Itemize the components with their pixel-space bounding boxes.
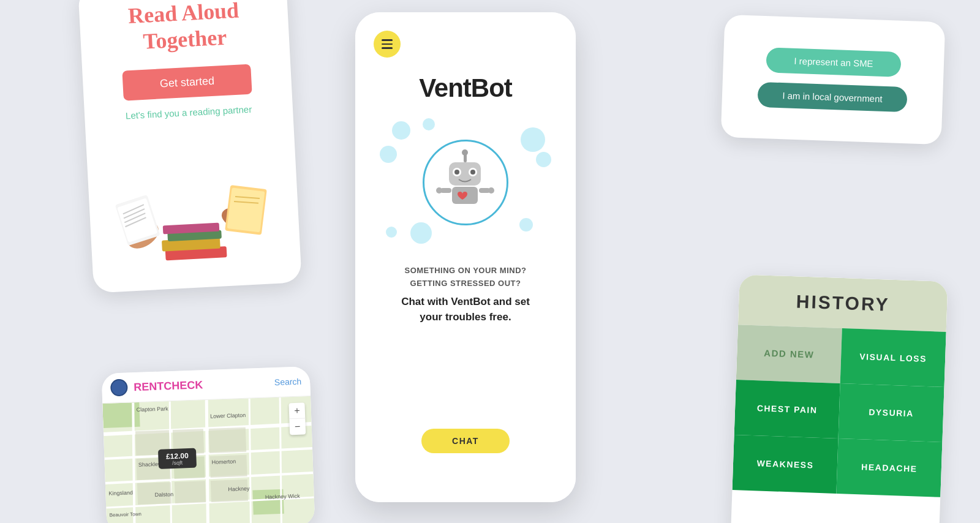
ventbot-title: VentBot — [419, 73, 512, 103]
map-zoom-out[interactable]: − — [289, 418, 306, 435]
books-svg — [107, 173, 283, 280]
svg-text:Kingsland: Kingsland — [108, 489, 133, 496]
rentcheck-map[interactable]: Clapton Park Lower Clapton Shacklewell H… — [102, 396, 315, 523]
svg-text:Hackney: Hackney — [228, 486, 250, 492]
ventbot-small-text: SOMETHING ON YOUR MIND?GETTING STRESSED … — [401, 265, 530, 290]
svg-point-27 — [488, 187, 494, 194]
rentcheck-search-link[interactable]: Search — [274, 377, 302, 388]
ventbot-card: VentBot — [355, 12, 576, 502]
read-aloud-card: Read Aloud Together Get started Let's fi… — [78, 0, 302, 293]
ventbot-tagline: SOMETHING ON YOUR MIND?GETTING STRESSED … — [401, 265, 530, 325]
rentcheck-brand: RENTCHECK — [134, 376, 268, 394]
ventbot-bubbles-area — [374, 115, 557, 250]
history-card: HISTORY ADD NEW VISUAL LOSS CHEST PAIN D… — [730, 274, 948, 523]
local-gov-card: I represent an SME I am in local governm… — [721, 15, 946, 145]
get-started-button[interactable]: Get started — [123, 64, 252, 101]
svg-text:Beauvoir Town: Beauvoir Town — [109, 511, 141, 518]
svg-text:Clapton Park: Clapton Park — [136, 405, 168, 413]
svg-rect-9 — [227, 187, 265, 232]
svg-text:Hackney Wick: Hackney Wick — [265, 493, 301, 500]
ventbot-menu-button[interactable] — [374, 31, 401, 58]
map-svg: Clapton Park Lower Clapton Shacklewell H… — [102, 396, 315, 523]
svg-rect-47 — [175, 481, 206, 503]
svg-text:Dalston: Dalston — [154, 491, 173, 498]
map-zoom-controls: + − — [288, 402, 306, 435]
svg-rect-42 — [209, 427, 246, 453]
read-aloud-title: Read Aloud Together — [127, 0, 241, 56]
rentcheck-card: RENTCHECK Search — [102, 366, 315, 523]
history-dysuria[interactable]: DYSURIA — [839, 383, 944, 442]
svg-text:Homerton: Homerton — [212, 458, 236, 465]
history-title: HISTORY — [753, 290, 933, 317]
sme-button[interactable]: I represent an SME — [766, 47, 901, 77]
rentcheck-brand-black: RENT — [134, 380, 164, 393]
chat-button[interactable]: CHAT — [421, 429, 510, 453]
menu-line-3 — [382, 47, 393, 49]
robot-svg — [432, 149, 499, 216]
robot-circle — [423, 140, 508, 225]
history-add-new[interactable]: ADD NEW — [736, 325, 842, 383]
books-illustration — [107, 173, 283, 280]
svg-point-22 — [470, 170, 475, 175]
menu-line-2 — [382, 43, 393, 45]
history-weakness[interactable]: WEAKNESS — [732, 435, 838, 494]
ventbot-big-text: Chat with VentBot and setyour troubles f… — [401, 294, 530, 325]
rentcheck-brand-pink: CHECK — [164, 378, 203, 392]
history-headache[interactable]: HEADACHE — [836, 438, 942, 497]
svg-point-26 — [436, 187, 442, 194]
rentcheck-logo — [110, 379, 128, 397]
menu-line-1 — [382, 39, 393, 41]
history-visual-loss[interactable]: VISUAL LOSS — [840, 328, 946, 387]
svg-point-20 — [454, 170, 459, 175]
history-header: HISTORY — [738, 274, 948, 332]
svg-point-17 — [462, 149, 468, 156]
history-grid: ADD NEW VISUAL LOSS CHEST PAIN DYSURIA W… — [732, 325, 946, 497]
reading-partner-subtitle: Let's find you a reading partner — [126, 104, 252, 121]
local-gov-button[interactable]: I am in local government — [758, 82, 908, 112]
map-zoom-in[interactable]: + — [288, 402, 305, 419]
svg-text:Lower Clapton: Lower Clapton — [210, 412, 246, 420]
history-chest-pain[interactable]: CHEST PAIN — [734, 380, 840, 438]
svg-text:/sqft: /sqft — [172, 459, 183, 466]
